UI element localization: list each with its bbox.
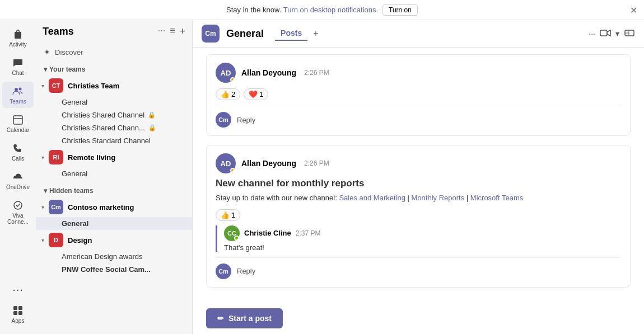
msg2-separator1: | <box>408 194 412 202</box>
channel-shared2[interactable]: Christies Shared Chann... 🔒 <box>36 121 192 134</box>
thread-status <box>234 236 239 241</box>
header-video-button[interactable] <box>600 27 611 40</box>
channel-standard[interactable]: Christies Standard Channel <box>36 134 192 147</box>
reaction-emoji-heart: ❤️ <box>249 90 258 98</box>
teams-menu-button[interactable]: ··· <box>158 26 165 37</box>
apps-icon <box>12 304 24 317</box>
christies-chevron: ▾ <box>41 83 44 89</box>
header-expand-button[interactable] <box>624 27 635 40</box>
svg-rect-6 <box>13 311 17 315</box>
channel-general-cm[interactable]: General <box>36 217 192 230</box>
notification-bar: Stay in the know. Turn on desktop notifi… <box>0 0 644 20</box>
message-card-2: AD Allan Deyoung 2:26 PM New channel for… <box>206 145 631 288</box>
teams-list-button[interactable]: ≡ <box>170 26 175 37</box>
teams-icon <box>12 85 24 97</box>
teams-label: Teams <box>10 98 26 105</box>
svg-rect-4 <box>13 306 17 310</box>
msg2-status <box>230 168 235 173</box>
sidebar-item-calls[interactable]: Calls <box>2 139 34 165</box>
teams-panel: Teams ··· ≡ + ✦ Discover ▾ Your teams ▾ … <box>36 20 193 334</box>
channel-pnw-label: PNW Coffee Social Cam... <box>62 265 151 274</box>
contoso-name: Contoso marketing <box>68 203 186 211</box>
reaction-count-heart: 1 <box>259 90 263 98</box>
msg2-reply-avatar: Cm <box>216 264 231 279</box>
msg2-separator2: | <box>466 194 470 202</box>
channel-pnw[interactable]: PNW Coffee Social Cam... <box>36 263 192 276</box>
start-post-button[interactable]: ✏ Start a post <box>206 308 283 328</box>
channel-shared2-label: Christies Shared Chann... <box>62 124 145 132</box>
reply-button-2[interactable]: Reply <box>237 267 255 275</box>
calls-icon <box>12 142 24 154</box>
apps-label: Apps <box>12 318 25 324</box>
teams-panel-actions: ··· ≡ + <box>158 26 185 37</box>
onedrive-label: OneDrive <box>6 184 30 190</box>
reaction-count-1: 2 <box>231 90 235 98</box>
msg2-reactions: 👍 1 <box>216 209 621 221</box>
msg2-reply-area: Cm Reply <box>216 257 621 279</box>
chat-icon <box>12 57 24 69</box>
thread-author: Christie Cline <box>244 229 291 237</box>
your-teams-chevron: ▾ <box>44 65 47 73</box>
channel-general-rl[interactable]: General <box>36 167 192 180</box>
msg2-title: New channel for monthly reports <box>216 178 621 189</box>
notif-close-button[interactable]: ✕ <box>630 4 637 15</box>
msg1-reactions: 👍 2 ❤️ 1 <box>216 88 621 100</box>
start-post-area: ✏ Start a post <box>193 303 644 334</box>
sidebar: Activity Chat Teams <box>0 20 36 334</box>
team-design[interactable]: ▾ D Design <box>36 230 192 250</box>
notif-link[interactable]: Turn on desktop notifications. <box>283 6 378 14</box>
discover-icon: ✦ <box>44 48 50 57</box>
your-teams-label: Your teams <box>49 65 85 73</box>
your-teams-section[interactable]: ▾ Your teams <box>36 61 192 76</box>
header-chevron-button[interactable]: ▾ <box>615 29 619 38</box>
add-tab-button[interactable]: + <box>310 27 321 40</box>
sidebar-item-calendar[interactable]: Calendar <box>2 110 34 137</box>
team-remote[interactable]: ▾ RI Remote living <box>36 147 192 167</box>
tab-posts[interactable]: Posts <box>275 26 307 41</box>
header-more-button[interactable]: ··· <box>589 29 595 38</box>
channel-american[interactable]: American Design awards <box>36 250 192 263</box>
teams-add-button[interactable]: + <box>179 26 185 37</box>
turn-on-button[interactable]: Turn on <box>382 4 418 16</box>
sidebar-item-apps[interactable]: Apps <box>2 301 34 327</box>
sidebar-item-viva[interactable]: Viva Conne... <box>2 196 34 228</box>
discover-item[interactable]: ✦ Discover <box>36 43 192 61</box>
thread-body: That's great! <box>224 243 621 252</box>
design-avatar: D <box>49 233 63 247</box>
viva-label: Viva Conne... <box>7 213 29 225</box>
thread-time: 2:37 PM <box>296 229 321 237</box>
channel-general-rl-label: General <box>62 170 87 178</box>
channel-header: Cm General Posts + ··· ▾ <box>193 20 644 48</box>
channel-general-ct[interactable]: General <box>36 96 192 109</box>
sidebar-item-onedrive[interactable]: OneDrive <box>2 167 34 194</box>
reaction-thumbs-2[interactable]: 👍 1 <box>216 209 240 221</box>
msg2-link-teams[interactable]: Microsoft Teams <box>470 194 523 202</box>
team-contoso[interactable]: ▾ Cm Contoso marketing <box>36 197 192 217</box>
sidebar-item-teams[interactable]: Teams <box>2 82 34 108</box>
hidden-teams-section[interactable]: ▾ Hidden teams <box>36 182 192 197</box>
msg2-body: Stay up to date with our new channel: Sa… <box>216 192 621 204</box>
calls-label: Calls <box>12 156 24 162</box>
channel-standard-label: Christies Standard Channel <box>62 137 151 145</box>
christies-avatar: CT <box>49 78 63 93</box>
shared-lock-icon1: 🔒 <box>148 111 156 119</box>
sidebar-item-chat[interactable]: Chat <box>2 53 34 79</box>
sidebar-item-activity[interactable]: Activity <box>2 25 34 51</box>
teams-panel-title: Teams <box>43 26 153 37</box>
reaction-heart-1[interactable]: ❤️ 1 <box>244 88 268 100</box>
reaction-thumbs-1[interactable]: 👍 2 <box>216 88 240 100</box>
svg-rect-8 <box>600 30 607 36</box>
channel-shared1[interactable]: Christies Shared Channel 🔒 <box>36 109 192 121</box>
sidebar-item-more[interactable]: ··· <box>2 280 34 299</box>
message-card-1: AD Allan Deyoung 2:26 PM 👍 2 ❤️ 1 <box>206 54 631 136</box>
reply-button-1[interactable]: Reply <box>237 116 255 124</box>
start-post-label: Start a post <box>228 314 272 323</box>
svg-point-1 <box>19 88 22 91</box>
msg2-link-monthly[interactable]: Monthly Reports <box>412 194 465 202</box>
design-name: Design <box>68 236 186 244</box>
msg1-time: 2:26 PM <box>304 69 329 77</box>
msg2-link-sales[interactable]: Sales and Marketing <box>339 194 405 202</box>
thread-avatar: CC <box>224 225 240 241</box>
team-christies[interactable]: ▾ CT Christies Team <box>36 76 192 96</box>
main-content: Cm General Posts + ··· ▾ <box>193 20 644 334</box>
